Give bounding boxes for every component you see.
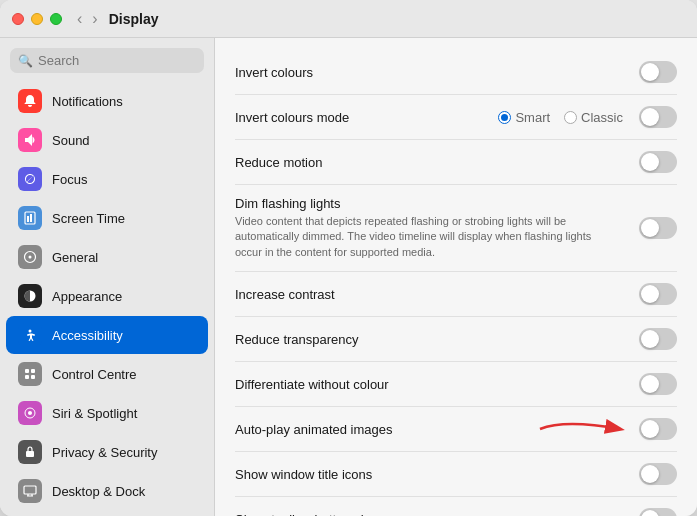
search-bar[interactable]: 🔍 xyxy=(10,48,204,73)
setting-row-show-window-title: Show window title icons xyxy=(235,452,677,497)
focus-icon xyxy=(18,167,42,191)
sidebar-item-siri[interactable]: Siri & Spotlight xyxy=(6,394,208,432)
settings-list: Invert coloursInvert colours modeSmartCl… xyxy=(215,38,697,516)
radio-option-classic[interactable]: Classic xyxy=(564,110,623,125)
controlcentre-icon xyxy=(18,362,42,386)
notifications-icon xyxy=(18,89,42,113)
radio-label-smart: Smart xyxy=(515,110,550,125)
sidebar: 🔍 NotificationsSoundFocusScreen TimeGene… xyxy=(0,38,215,516)
sidebar-item-privacy[interactable]: Privacy & Security xyxy=(6,433,208,471)
toggle-dim-flashing-lights[interactable] xyxy=(639,217,677,239)
sidebar-item-general[interactable]: General xyxy=(6,238,208,276)
setting-label-differentiate-colour: Differentiate without colour xyxy=(235,377,623,392)
sidebar-item-notifications[interactable]: Notifications xyxy=(6,82,208,120)
setting-row-invert-colours-mode: Invert colours modeSmartClassic xyxy=(235,95,677,140)
setting-row-autoplay-animated: Auto-play animated images xyxy=(235,407,677,452)
sidebar-item-sound[interactable]: Sound xyxy=(6,121,208,159)
settings-panel: Invert coloursInvert colours modeSmartCl… xyxy=(215,38,697,516)
screentime-icon xyxy=(18,206,42,230)
sidebar-label-accessibility: Accessibility xyxy=(52,328,123,343)
search-input[interactable] xyxy=(38,53,196,68)
sidebar-label-controlcentre: Control Centre xyxy=(52,367,137,382)
toggle-differentiate-colour[interactable] xyxy=(639,373,677,395)
minimize-button[interactable] xyxy=(31,13,43,25)
sidebar-items-container: NotificationsSoundFocusScreen TimeGenera… xyxy=(0,81,214,511)
setting-row-dim-flashing-lights: Dim flashing lightsVideo content that de… xyxy=(235,185,677,272)
content-area: 🔍 NotificationsSoundFocusScreen TimeGene… xyxy=(0,38,697,516)
setting-label-wrap-dim-flashing-lights: Dim flashing lightsVideo content that de… xyxy=(235,196,623,260)
svg-rect-13 xyxy=(24,486,36,494)
setting-label-wrap-reduce-motion: Reduce motion xyxy=(235,155,623,170)
setting-row-reduce-transparency: Reduce transparency xyxy=(235,317,677,362)
sidebar-label-appearance: Appearance xyxy=(52,289,122,304)
setting-row-increase-contrast: Increase contrast xyxy=(235,272,677,317)
toggle-increase-contrast[interactable] xyxy=(639,283,677,305)
desktop-icon xyxy=(18,479,42,503)
setting-row-show-toolbar-shapes: Show toolbar button shapes xyxy=(235,497,677,516)
setting-row-invert-colours: Invert colours xyxy=(235,50,677,95)
toggle-autoplay-animated[interactable] xyxy=(639,418,677,440)
sidebar-item-desktop[interactable]: Desktop & Dock xyxy=(6,472,208,510)
radio-label-classic: Classic xyxy=(581,110,623,125)
setting-label-wrap-show-window-title: Show window title icons xyxy=(235,467,623,482)
setting-label-show-window-title: Show window title icons xyxy=(235,467,623,482)
svg-rect-2 xyxy=(30,214,32,222)
sidebar-label-desktop: Desktop & Dock xyxy=(52,484,145,499)
page-title: Display xyxy=(109,11,159,27)
setting-label-wrap-reduce-transparency: Reduce transparency xyxy=(235,332,623,347)
sidebar-item-screentime[interactable]: Screen Time xyxy=(6,199,208,237)
sidebar-label-siri: Siri & Spotlight xyxy=(52,406,137,421)
sound-icon xyxy=(18,128,42,152)
privacy-icon xyxy=(18,440,42,464)
sidebar-label-general: General xyxy=(52,250,98,265)
close-button[interactable] xyxy=(12,13,24,25)
toggle-reduce-transparency[interactable] xyxy=(639,328,677,350)
nav-arrows: ‹ › xyxy=(74,11,101,27)
titlebar: ‹ › Display xyxy=(0,0,697,38)
back-button[interactable]: ‹ xyxy=(74,11,85,27)
setting-label-wrap-show-toolbar-shapes: Show toolbar button shapes xyxy=(235,512,623,516)
svg-rect-7 xyxy=(25,369,29,373)
sidebar-item-appearance[interactable]: Appearance xyxy=(6,277,208,315)
sidebar-label-focus: Focus xyxy=(52,172,87,187)
svg-rect-8 xyxy=(31,369,35,373)
radio-option-smart[interactable]: Smart xyxy=(498,110,550,125)
svg-point-4 xyxy=(29,256,32,259)
setting-label-increase-contrast: Increase contrast xyxy=(235,287,623,302)
setting-label-wrap-invert-colours: Invert colours xyxy=(235,65,623,80)
siri-icon xyxy=(18,401,42,425)
setting-desc-dim-flashing-lights: Video content that depicts repeated flas… xyxy=(235,214,615,260)
setting-label-show-toolbar-shapes: Show toolbar button shapes xyxy=(235,512,623,516)
toggle-show-toolbar-shapes[interactable] xyxy=(639,508,677,516)
sidebar-label-privacy: Privacy & Security xyxy=(52,445,157,460)
svg-rect-12 xyxy=(26,451,34,457)
setting-label-invert-colours: Invert colours xyxy=(235,65,623,80)
setting-row-differentiate-colour: Differentiate without colour xyxy=(235,362,677,407)
toggle-invert-colours-mode[interactable] xyxy=(639,106,677,128)
sidebar-item-controlcentre[interactable]: Control Centre xyxy=(6,355,208,393)
setting-label-reduce-transparency: Reduce transparency xyxy=(235,332,623,347)
setting-label-invert-colours-mode: Invert colours mode xyxy=(235,110,486,125)
sidebar-label-notifications: Notifications xyxy=(52,94,123,109)
maximize-button[interactable] xyxy=(50,13,62,25)
sidebar-item-accessibility[interactable]: Accessibility xyxy=(6,316,208,354)
setting-label-dim-flashing-lights: Dim flashing lights xyxy=(235,196,623,211)
svg-point-6 xyxy=(29,330,32,333)
toggle-invert-colours[interactable] xyxy=(639,61,677,83)
search-icon: 🔍 xyxy=(18,54,33,68)
arrow-annotation xyxy=(535,414,635,444)
setting-label-wrap-invert-colours-mode: Invert colours mode xyxy=(235,110,486,125)
appearance-icon xyxy=(18,284,42,308)
general-icon xyxy=(18,245,42,269)
sidebar-label-sound: Sound xyxy=(52,133,90,148)
radio-circle-classic xyxy=(564,111,577,124)
svg-rect-1 xyxy=(27,216,29,222)
setting-label-wrap-differentiate-colour: Differentiate without colour xyxy=(235,377,623,392)
toggle-show-window-title[interactable] xyxy=(639,463,677,485)
sidebar-item-focus[interactable]: Focus xyxy=(6,160,208,198)
forward-button[interactable]: › xyxy=(89,11,100,27)
setting-label-reduce-motion: Reduce motion xyxy=(235,155,623,170)
setting-label-wrap-increase-contrast: Increase contrast xyxy=(235,287,623,302)
toggle-reduce-motion[interactable] xyxy=(639,151,677,173)
svg-rect-10 xyxy=(31,375,35,379)
